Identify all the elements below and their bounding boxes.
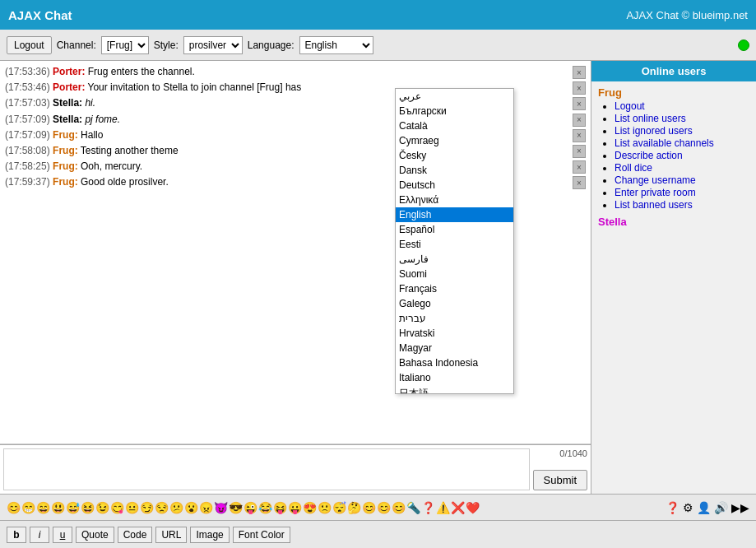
emoji-button[interactable]: 😕	[169, 501, 183, 514]
help-icon[interactable]: ❓	[666, 501, 679, 514]
chat-input[interactable]	[3, 448, 530, 490]
language-option[interactable]: عربي	[396, 89, 513, 104]
emoji-button[interactable]: ❓	[421, 501, 435, 514]
online-users-body: FrugLogoutList online usersList ignored …	[591, 81, 756, 494]
language-option[interactable]: Galego	[396, 296, 513, 311]
emoji-button[interactable]: 😊	[362, 501, 376, 514]
emoji-button[interactable]: 😠	[199, 501, 213, 514]
emoji-button[interactable]: 😐	[125, 501, 139, 514]
emoji-button[interactable]: ❌	[451, 501, 465, 514]
language-option[interactable]: Dansk	[396, 163, 513, 178]
language-list[interactable]: عربيБългарскиCatalàCymraegČeskyDanskDeut…	[396, 89, 513, 393]
language-option[interactable]: Magyar	[396, 341, 513, 355]
emoji-button[interactable]: 😊	[392, 501, 406, 514]
emoji-button[interactable]: 😆	[81, 501, 95, 514]
language-option[interactable]: Bahasa Indonesia	[396, 355, 513, 370]
language-option[interactable]: Ελληνικά	[396, 193, 513, 207]
emoji-button[interactable]: 😏	[140, 501, 154, 514]
language-option[interactable]: עברית	[396, 311, 513, 326]
close-icon[interactable]: ×	[573, 160, 586, 174]
close-icon[interactable]: ×	[573, 145, 586, 158]
quote-button[interactable]: Quote	[76, 527, 114, 543]
code-button[interactable]: Code	[118, 527, 153, 543]
language-option[interactable]: Hrvatski	[396, 326, 513, 341]
language-option[interactable]: Deutsch	[396, 178, 513, 193]
style-label: Style:	[154, 39, 179, 51]
emoji-button[interactable]: 😒	[155, 501, 169, 514]
user-name: Stella	[598, 216, 749, 228]
emoji-button[interactable]: 😴	[332, 501, 346, 514]
language-option[interactable]: Eesti	[396, 237, 513, 252]
channel-select[interactable]: [Frug]	[101, 36, 149, 54]
language-option[interactable]: English	[396, 207, 513, 222]
emoji-button[interactable]: 😋	[110, 501, 124, 514]
user-action-link[interactable]: Enter private room	[615, 187, 696, 198]
emoji-button[interactable]: 😊	[7, 501, 21, 514]
emoji-button[interactable]: ❤️	[466, 501, 480, 514]
image-button[interactable]: Image	[190, 527, 229, 543]
emoji-button[interactable]: 😝	[273, 501, 287, 514]
close-icon[interactable]: ×	[573, 66, 586, 79]
emoji-bar: 😊😁😄😃😅😆😉😋😐😏😒😕😮😠😈😎😜😂😝😛😍🙁😴🤔😊😊😊🔦❓⚠️❌❤️	[7, 501, 480, 514]
language-option[interactable]: Česky	[396, 148, 513, 163]
logout-button[interactable]: Logout	[7, 36, 52, 54]
emoji-button[interactable]: 😃	[51, 501, 65, 514]
italic-button[interactable]: i	[30, 527, 49, 543]
emoji-button[interactable]: 🤔	[347, 501, 361, 514]
url-button[interactable]: URL	[155, 527, 187, 543]
style-select[interactable]: prosilver	[183, 36, 243, 54]
close-icon[interactable]: ×	[573, 176, 586, 189]
language-label: Language:	[248, 39, 295, 51]
emoji-button[interactable]: 😁	[21, 501, 35, 514]
tools-icon[interactable]: ⚙	[683, 501, 693, 514]
language-option[interactable]: Cymraeg	[396, 133, 513, 148]
user-action-link[interactable]: Roll dice	[615, 162, 652, 174]
language-select[interactable]: English	[299, 36, 373, 54]
language-option[interactable]: فارسی	[396, 252, 513, 267]
user-action-link[interactable]: List online users	[615, 113, 686, 124]
user-action-link[interactable]: Change username	[615, 174, 696, 186]
language-option[interactable]: Français	[396, 281, 513, 296]
font-color-button[interactable]: Font Color	[233, 527, 290, 543]
emoji-button[interactable]: ⚠️	[436, 501, 450, 514]
right-icons: ❓ ⚙ 👤 🔊 ▶▶	[666, 501, 749, 514]
language-option[interactable]: 日本語	[396, 385, 513, 393]
emoji-button[interactable]: 😉	[95, 501, 109, 514]
emoji-button[interactable]: 😅	[66, 501, 80, 514]
table-row: (17:53:36) Porter: Frug enters the chann…	[5, 64, 586, 80]
user-action-link[interactable]: Describe action	[615, 150, 683, 161]
emoji-button[interactable]: 🔦	[406, 501, 420, 514]
emoji-button[interactable]: 😜	[243, 501, 257, 514]
user-icon[interactable]: 👤	[697, 501, 711, 514]
language-dropdown[interactable]: عربيБългарскиCatalàCymraegČeskyDanskDeut…	[395, 88, 514, 394]
sound-icon[interactable]: 🔊	[714, 501, 728, 514]
submit-button[interactable]: Submit	[533, 470, 587, 490]
emoji-button[interactable]: 😍	[303, 501, 317, 514]
char-count: 0/1040	[559, 448, 587, 458]
user-action-link[interactable]: List banned users	[615, 199, 693, 211]
emoji-button[interactable]: 😄	[36, 501, 50, 514]
online-users-header: Online users	[591, 61, 756, 81]
user-action-link[interactable]: List available channels	[615, 137, 714, 149]
emoji-button[interactable]: 😂	[258, 501, 272, 514]
emoji-button[interactable]: 😮	[184, 501, 198, 514]
user-action-link[interactable]: List ignored users	[615, 125, 693, 137]
language-option[interactable]: Español	[396, 222, 513, 237]
language-option[interactable]: Català	[396, 118, 513, 133]
emoji-button[interactable]: 😎	[229, 501, 243, 514]
forward-icon[interactable]: ▶▶	[731, 501, 749, 514]
language-option[interactable]: Italiano	[396, 370, 513, 385]
bold-button[interactable]: b	[7, 527, 26, 543]
close-icon[interactable]: ×	[573, 114, 586, 127]
underline-button[interactable]: u	[53, 527, 72, 543]
close-icon[interactable]: ×	[573, 129, 586, 142]
language-option[interactable]: Suomi	[396, 267, 513, 281]
emoji-button[interactable]: 😛	[288, 501, 302, 514]
user-action-link[interactable]: Logout	[615, 100, 645, 112]
emoji-button[interactable]: 😈	[214, 501, 228, 514]
close-icon[interactable]: ×	[573, 97, 586, 110]
emoji-button[interactable]: 😊	[377, 501, 391, 514]
emoji-button[interactable]: 🙁	[318, 501, 332, 514]
language-option[interactable]: Български	[396, 104, 513, 118]
close-icon[interactable]: ×	[573, 81, 586, 95]
